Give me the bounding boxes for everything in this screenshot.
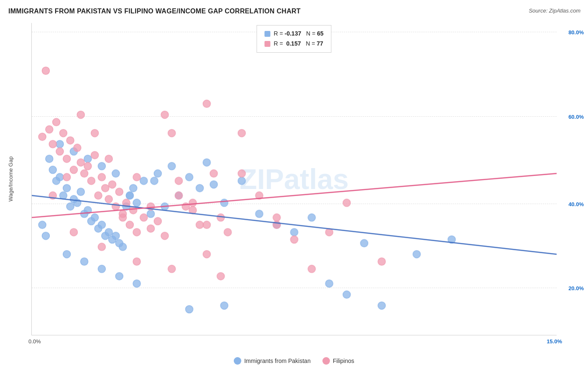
bottom-legend-pakistan-icon	[234, 357, 241, 365]
bottom-legend-filipino: Filipinos	[322, 357, 354, 365]
watermark: ZIPatlas	[240, 163, 349, 195]
legend-pakistan-text: R = -0.137 N = 65	[274, 29, 323, 39]
bottom-legend: Immigrants from Pakistan Filipinos	[234, 357, 354, 365]
legend-filipino-icon	[264, 41, 270, 47]
y-axis-label: Wage/Income Gap	[8, 23, 14, 335]
y-tick-40: 40.0%	[568, 201, 584, 207]
source-label: Source: ZipAtlas.com	[529, 8, 580, 14]
bottom-legend-pakistan-label: Immigrants from Pakistan	[244, 358, 311, 364]
chart-area: ZIPatlas 20.0% 40.0% 60.0% 80.0%	[31, 23, 557, 335]
chart-container: IMMIGRANTS FROM PAKISTAN VS FILIPINO WAG…	[0, 0, 588, 373]
legend-pakistan-icon	[264, 31, 270, 37]
y-tick-80: 80.0%	[568, 29, 584, 36]
legend-filipino: R = 0.157 N = 77	[264, 39, 323, 49]
bottom-legend-filipino-icon	[322, 357, 330, 365]
chart-title: IMMIGRANTS FROM PAKISTAN VS FILIPINO WAG…	[8, 8, 301, 15]
x-axis-min: 0.0%	[28, 338, 41, 345]
legend-filipino-text: R = 0.157 N = 77	[274, 39, 323, 49]
x-axis-max: 15.0%	[547, 338, 562, 345]
bottom-legend-pakistan: Immigrants from Pakistan	[234, 357, 311, 365]
legend-box: R = -0.137 N = 65 R = 0.157 N = 77	[256, 25, 331, 53]
bottom-legend-filipino-label: Filipinos	[333, 358, 354, 364]
y-tick-20: 20.0%	[568, 285, 584, 291]
legend-pakistan: R = -0.137 N = 65	[264, 29, 323, 39]
y-tick-60: 60.0%	[568, 113, 584, 120]
